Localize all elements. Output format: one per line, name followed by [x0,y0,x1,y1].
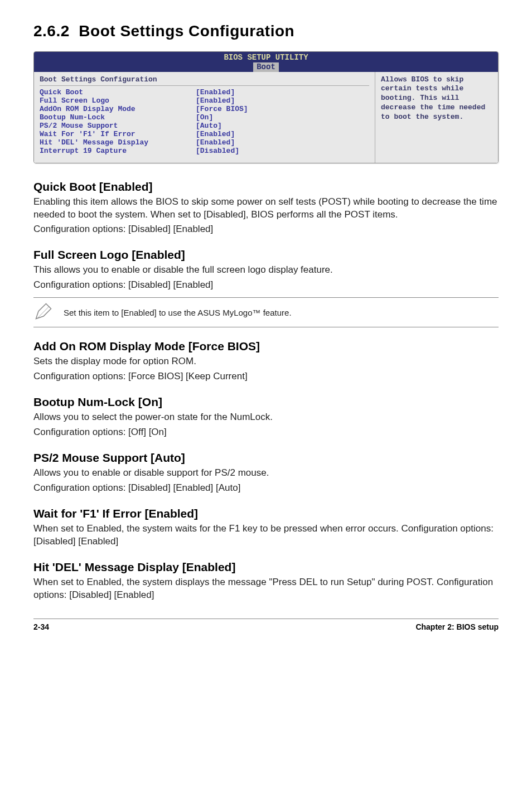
bios-setting-label: Wait For 'F1' If Error [40,130,196,138]
bios-setting-value: [Auto] [196,122,222,130]
bios-setting-value: [Enabled] [196,88,235,96]
bios-setting-label: Full Screen Logo [40,96,196,105]
wait-f1-desc: When set to Enabled, the system waits fo… [33,523,499,548]
bios-panel-title: Boot Settings Configuration [40,75,369,86]
pencil-icon [33,301,54,323]
chapter-label: Chapter 2: BIOS setup [415,622,499,631]
addon-rom-title: Add On ROM Display Mode [Force BIOS] [33,340,499,353]
bios-screenshot: BIOS SETUP UTILITY Boot Boot Settings Co… [33,51,499,163]
section-heading: 2.6.2 Boot Settings Configuration [33,22,499,40]
page-footer: 2-34 Chapter 2: BIOS setup [33,619,499,631]
quick-boot-title: Quick Boot [Enabled] [33,180,499,194]
bios-help-panel: Allows BIOS to skip certain tests while … [375,72,498,163]
quick-boot-opts: Configuration options: [Disabled] [Enabl… [33,223,499,236]
bios-setting-row: Interrupt 19 Capture[Disabled] [40,147,369,155]
ps2-mouse-title: PS/2 Mouse Support [Auto] [33,451,499,465]
bios-setting-label: Bootup Num-Lock [40,113,196,122]
bios-title: BIOS SETUP UTILITY [34,52,498,62]
ps2-mouse-opts: Configuration options: [Disabled] [Enabl… [33,482,499,495]
full-screen-logo-desc: This allows you to enable or disable the… [33,264,499,277]
bios-setting-label: Interrupt 19 Capture [40,147,196,155]
ps2-mouse-desc: Allows you to enable or disable support … [33,467,499,480]
bios-setting-value: [On] [196,113,213,122]
bios-setting-label: AddOn ROM Display Mode [40,105,196,113]
bios-tab-boot: Boot [253,62,279,72]
bios-header: BIOS SETUP UTILITY Boot [34,52,498,72]
bios-setting-label: PS/2 Mouse Support [40,122,196,130]
bios-setting-value: [Enabled] [196,96,235,105]
full-screen-logo-title: Full Screen Logo [Enabled] [33,248,499,262]
bios-setting-row: Quick Boot[Enabled] [40,88,369,96]
hit-del-title: Hit 'DEL' Message Display [Enabled] [33,561,499,574]
page-number: 2-34 [33,622,49,631]
bootup-numlock-title: Bootup Num-Lock [On] [33,395,499,409]
bios-setting-label: Quick Boot [40,88,196,96]
bios-setting-value: [Disabled] [196,147,239,155]
hit-del-desc: When set to Enabled, the system displays… [33,576,499,602]
section-title: Boot Settings Configuration [79,22,294,40]
bios-setting-row: AddOn ROM Display Mode[Force BIOS] [40,105,369,113]
quick-boot-desc: Enabling this item allows the BIOS to sk… [33,196,499,221]
bootup-numlock-desc: Allows you to select the power-on state … [33,411,499,424]
bios-setting-row: Bootup Num-Lock[On] [40,113,369,122]
bios-setting-row: Wait For 'F1' If Error[Enabled] [40,130,369,138]
note-box: Set this item to [Enabled] to use the AS… [33,297,499,327]
bios-setting-value: [Enabled] [196,130,235,138]
bios-setting-row: Hit 'DEL' Message Display[Enabled] [40,138,369,147]
bios-setting-value: [Enabled] [196,138,235,147]
bios-setting-value: [Force BIOS] [196,105,248,113]
wait-f1-title: Wait for 'F1' If Error [Enabled] [33,507,499,520]
addon-rom-desc: Sets the display mode for option ROM. [33,355,499,368]
bios-setting-row: PS/2 Mouse Support[Auto] [40,122,369,130]
bios-setting-row: Full Screen Logo[Enabled] [40,96,369,105]
bios-setting-label: Hit 'DEL' Message Display [40,138,196,147]
note-text: Set this item to [Enabled] to use the AS… [64,308,292,317]
addon-rom-opts: Configuration options: [Force BIOS] [Kee… [33,370,499,383]
section-number: 2.6.2 [33,22,70,40]
bootup-numlock-opts: Configuration options: [Off] [On] [33,426,499,439]
full-screen-logo-opts: Configuration options: [Disabled] [Enabl… [33,279,499,292]
bios-left-panel: Boot Settings Configuration Quick Boot[E… [34,72,375,163]
